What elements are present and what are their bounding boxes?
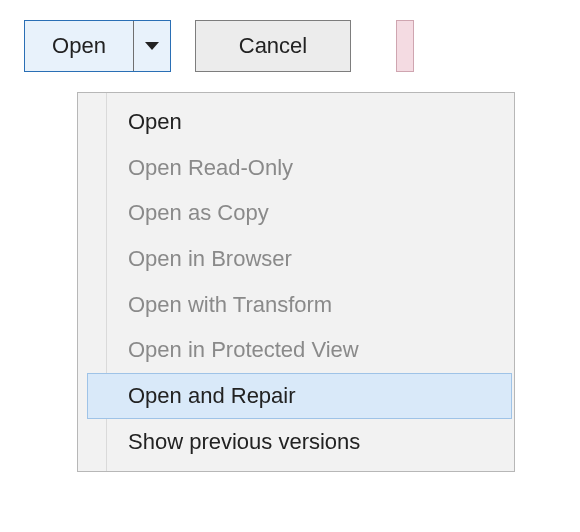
menu-item-label: Open and Repair [128, 383, 296, 408]
scrollbar-accent [396, 20, 414, 72]
menu-item-label: Open [128, 109, 182, 134]
cancel-button[interactable]: Cancel [195, 20, 351, 72]
menu-item-label: Show previous versions [128, 429, 360, 454]
svg-marker-0 [145, 42, 159, 50]
menu-item-label: Open in Browser [128, 246, 292, 271]
menu-item-open-read-only[interactable]: Open Read-Only [87, 145, 512, 191]
menu-item-open-with-transform[interactable]: Open with Transform [87, 282, 512, 328]
menu-item-open-as-copy[interactable]: Open as Copy [87, 190, 512, 236]
open-split-button[interactable]: Open [24, 20, 171, 72]
open-dropdown-menu: OpenOpen Read-OnlyOpen as CopyOpen in Br… [77, 92, 515, 472]
menu-item-label: Open as Copy [128, 200, 269, 225]
open-button-label: Open [52, 33, 106, 59]
menu-item-show-previous-versions[interactable]: Show previous versions [87, 419, 512, 465]
open-dropdown-toggle[interactable] [134, 21, 170, 71]
menu-item-open-in-protected-view[interactable]: Open in Protected View [87, 327, 512, 373]
chevron-down-icon [145, 42, 159, 50]
menu-item-label: Open in Protected View [128, 337, 359, 362]
open-button[interactable]: Open [25, 21, 134, 71]
menu-item-open-and-repair[interactable]: Open and Repair [87, 373, 512, 419]
cancel-button-label: Cancel [239, 33, 307, 59]
menu-item-label: Open with Transform [128, 292, 332, 317]
menu-item-open[interactable]: Open [87, 99, 512, 145]
menu-item-open-in-browser[interactable]: Open in Browser [87, 236, 512, 282]
menu-item-label: Open Read-Only [128, 155, 293, 180]
